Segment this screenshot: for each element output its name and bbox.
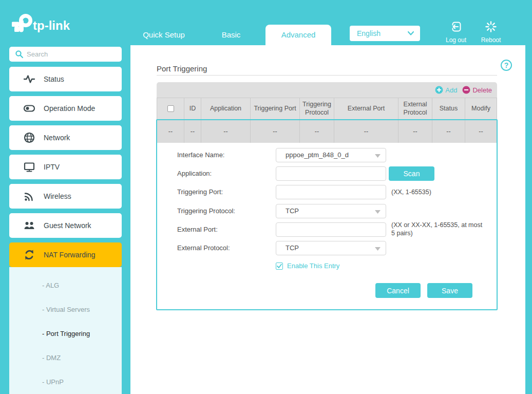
search-input[interactable] xyxy=(27,47,119,62)
submenu-item-alg[interactable]: - ALG xyxy=(42,282,59,291)
scan-button[interactable]: Scan xyxy=(389,166,434,181)
network-icon xyxy=(23,132,35,144)
enable-entry-toggle[interactable]: Enable This Entry xyxy=(276,262,339,270)
sidebar-item-nat-forwarding[interactable]: NAT Forwarding xyxy=(9,242,122,267)
external-port-hint: (XX or XX-XX, 1-65535, at most 5 pairs) xyxy=(391,221,485,237)
language-select[interactable]: English xyxy=(350,26,420,41)
triggering-protocol-value: TCP xyxy=(276,204,386,218)
tplink-logo: tp-link xyxy=(10,11,82,37)
row-cell: -- xyxy=(334,120,398,143)
edit-entry-panel: -- -- -- -- -- -- -- -- -- Interface Nam… xyxy=(156,119,498,310)
nat-forwarding-icon xyxy=(23,249,35,261)
interface-name-value: pppoe_ptm_848_0_d xyxy=(276,148,386,162)
triggering-port-hint: (XX, 1-65535) xyxy=(391,188,431,196)
row-cell: -- xyxy=(299,120,334,143)
sidebar-item-guest-network[interactable]: Guest Network xyxy=(9,213,122,238)
submenu-item-virtual-servers[interactable]: - Virtual Servers xyxy=(42,306,90,315)
add-icon xyxy=(435,86,443,94)
header-cell: Status xyxy=(432,98,465,119)
triggering-port-input[interactable] xyxy=(276,185,386,199)
interface-name-label: Interface Name: xyxy=(177,148,225,162)
operation-mode-icon xyxy=(23,102,35,115)
tab-advanced[interactable]: Advanced xyxy=(265,25,331,45)
row-cell: -- xyxy=(201,120,250,143)
external-port-input[interactable] xyxy=(276,222,386,237)
triggering-protocol-label: Triggering Protocol: xyxy=(177,204,235,218)
row-cell: -- xyxy=(398,120,432,143)
header-cell: Triggering Port xyxy=(250,98,299,119)
language-value: English xyxy=(350,29,408,37)
logout-button[interactable]: Log out xyxy=(443,21,469,44)
external-protocol-value: TCP xyxy=(276,241,386,255)
svg-text:tp-link: tp-link xyxy=(33,18,70,32)
sidebar-item-label: Wireless xyxy=(44,192,71,200)
sidebar-item-status[interactable]: Status xyxy=(9,67,122,91)
search-icon xyxy=(14,49,24,59)
wireless-icon xyxy=(23,190,35,202)
tab-basic[interactable]: Basic xyxy=(205,25,257,45)
guest-network-icon xyxy=(23,219,35,232)
sidebar-item-network[interactable]: Network xyxy=(9,125,122,150)
sidebar-item-label: Status xyxy=(44,75,64,83)
app-header: tp-link Quick Setup Basic Advanced Engli… xyxy=(0,0,532,45)
application-input[interactable] xyxy=(276,166,386,181)
select-all-checkbox[interactable] xyxy=(167,105,174,112)
sidebar-item-label: Operation Mode xyxy=(44,104,95,112)
header-cell: External Protocol xyxy=(398,98,432,119)
row-cell: -- xyxy=(157,120,184,143)
interface-name-select[interactable]: pppoe_ptm_848_0_d xyxy=(276,148,386,162)
add-button[interactable]: Add xyxy=(435,86,457,94)
page-title: Port Triggering xyxy=(157,64,207,73)
header-cell: External Port xyxy=(334,98,398,119)
title-divider xyxy=(157,75,497,76)
sidebar-item-label: NAT Forwarding xyxy=(44,251,96,259)
status-icon xyxy=(23,73,35,85)
sidebar-item-label: Network xyxy=(44,134,70,142)
delete-label: Delete xyxy=(472,86,492,94)
application-label: Application: xyxy=(177,166,212,181)
triggering-protocol-select[interactable]: TCP xyxy=(276,204,386,218)
submenu-item-upnp[interactable]: - UPnP xyxy=(42,378,64,387)
chevron-down-icon xyxy=(375,210,381,214)
external-protocol-label: External Protocol: xyxy=(177,241,230,255)
row-cell: -- xyxy=(465,120,497,143)
chevron-down-icon xyxy=(408,31,414,35)
header-cell: Triggering Protocol xyxy=(299,98,334,119)
reboot-label: Reboot xyxy=(478,36,504,44)
table-row[interactable]: -- -- -- -- -- -- -- -- -- xyxy=(157,120,497,143)
sidebar: Status Operation Mode Network IPTV Wire xyxy=(0,45,122,394)
header-cell: Application xyxy=(201,98,250,119)
save-button[interactable]: Save xyxy=(427,283,472,298)
help-icon[interactable]: ? xyxy=(501,60,512,71)
delete-button[interactable]: Delete xyxy=(462,86,492,94)
tab-quick-setup[interactable]: Quick Setup xyxy=(131,25,196,45)
cancel-button[interactable]: Cancel xyxy=(375,283,421,298)
nat-forwarding-submenu: - ALG - Virtual Servers - Port Triggerin… xyxy=(9,267,122,394)
check-icon xyxy=(276,263,282,269)
external-protocol-select[interactable]: TCP xyxy=(276,241,386,255)
external-port-label: External Port: xyxy=(177,222,218,237)
sidebar-item-iptv[interactable]: IPTV xyxy=(9,155,122,179)
logout-icon xyxy=(450,21,462,33)
table-toolbar: Add Delete xyxy=(157,82,497,98)
reboot-button[interactable]: Reboot xyxy=(478,21,504,44)
row-cell: -- xyxy=(432,120,465,143)
submenu-item-dmz[interactable]: - DMZ xyxy=(42,354,61,363)
header-cell: Modify xyxy=(465,98,497,119)
submenu-item-port-triggering[interactable]: - Port Triggering xyxy=(42,330,90,339)
row-cell: -- xyxy=(184,120,201,143)
row-cell: -- xyxy=(250,120,299,143)
triggering-port-label: Triggering Port: xyxy=(177,185,223,199)
sidebar-item-label: IPTV xyxy=(44,163,60,171)
add-label: Add xyxy=(445,86,457,94)
table-header-row: ID Application Triggering Port Triggerin… xyxy=(157,98,497,120)
logout-label: Log out xyxy=(443,36,469,44)
enable-entry-checkbox[interactable] xyxy=(276,262,283,270)
iptv-icon xyxy=(23,161,35,173)
chevron-down-icon xyxy=(375,154,381,158)
header-cell: ID xyxy=(184,98,201,119)
sidebar-item-operation-mode[interactable]: Operation Mode xyxy=(9,96,122,121)
sidebar-item-wireless[interactable]: Wireless xyxy=(9,184,122,209)
sidebar-search xyxy=(9,47,122,62)
chevron-down-icon xyxy=(375,247,381,251)
